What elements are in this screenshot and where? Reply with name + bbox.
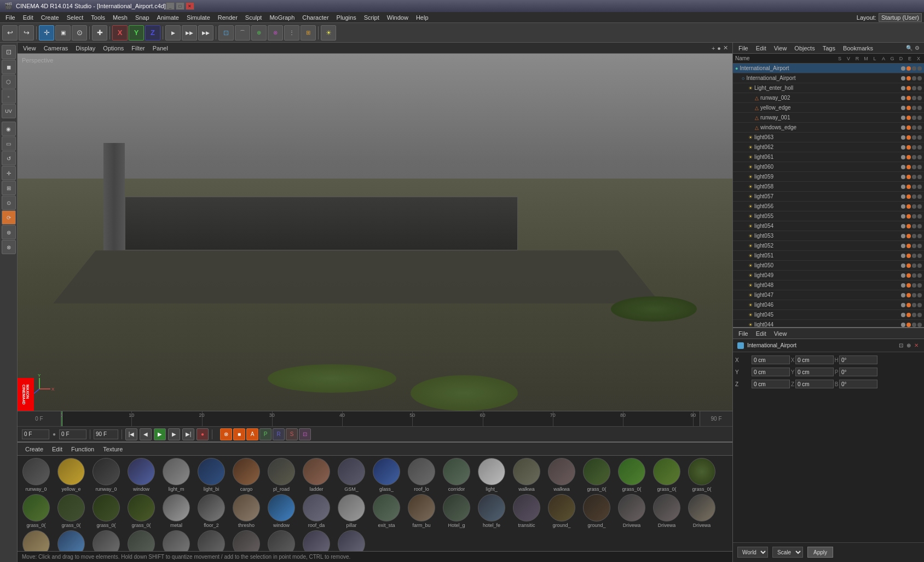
object-list-item[interactable]: △ windows_edge (733, 123, 924, 133)
menu-help[interactable]: Help (413, 13, 432, 22)
deformer-btn[interactable]: ⊗ (268, 25, 283, 41)
object-list-item[interactable]: ☀ light046 (733, 300, 924, 310)
material-item-farmb[interactable]: farm_bu (405, 494, 438, 528)
render-region-btn[interactable]: ▶▶ (198, 25, 213, 41)
scale-lt-btn[interactable]: ⊞ (2, 181, 16, 195)
attr-menu-edit[interactable]: Edit (753, 329, 770, 338)
vp-icon-dot[interactable]: ● (717, 45, 721, 51)
object-list-item[interactable]: ☀ light061 (733, 152, 924, 162)
material-item-watch[interactable]: watch_t (300, 530, 333, 551)
material-item-yellow[interactable]: yellow_e (55, 458, 88, 492)
material-item-hotelg[interactable]: Hotel_g (440, 494, 473, 528)
attr-icon-x[interactable]: ✕ (913, 342, 920, 348)
mograph-btn[interactable]: ⊞ (301, 25, 316, 41)
obj-menu-edit[interactable]: Edit (753, 44, 770, 53)
add-object-button[interactable]: ✚ (92, 25, 107, 41)
3d-viewport[interactable]: Perspective X Y Z MAXONCINEMA4D (18, 54, 732, 411)
object-list-item[interactable]: ☀ light060 (733, 162, 924, 172)
material-item-roof[interactable]: roof_lo (405, 458, 438, 492)
obj-settings-icon[interactable]: ⚙ (915, 45, 920, 51)
object-list-item[interactable]: ☀ light055 (733, 211, 924, 221)
material-item-corridor[interactable]: corridor (440, 458, 473, 492)
material-item-grass0h[interactable]: grass_0( (125, 494, 158, 528)
material-item-exitst[interactable]: exit_sta (370, 494, 403, 528)
material-item-grass0d[interactable]: grass_0( (685, 458, 718, 492)
material-item-building2[interactable]: building (125, 530, 158, 551)
move-lt-btn[interactable]: ✛ (2, 166, 16, 180)
menu-mesh[interactable]: Mesh (109, 13, 131, 22)
motion-stop-btn[interactable]: ■ (233, 428, 245, 440)
material-item-transit[interactable]: transitic (510, 494, 543, 528)
layout-value[interactable]: Startup (User) (879, 13, 922, 22)
menu-simulate[interactable]: Simulate (183, 13, 213, 22)
object-list-item[interactable]: ☀ light049 (733, 271, 924, 280)
menu-plugins[interactable]: Plugins (333, 13, 360, 22)
object-list-item[interactable]: ☀ light048 (733, 280, 924, 290)
undo-button[interactable]: ↩ (2, 25, 18, 41)
material-item-driveway3[interactable]: Drivewa (685, 494, 718, 528)
material-item-grass0g[interactable]: grass_0( (90, 494, 123, 528)
scale-key-btn[interactable]: S (286, 428, 298, 440)
material-item-hotelf[interactable]: hotel_fe (475, 494, 508, 528)
material-item-glass[interactable]: glass_ (370, 458, 403, 492)
object-list-item[interactable]: △ runway_001 (733, 113, 924, 123)
field-btn[interactable]: ⋮ (284, 25, 299, 41)
goto-start-btn[interactable]: |◀ (125, 428, 137, 440)
x-axis-btn[interactable]: X (112, 25, 128, 41)
frame-input-2[interactable] (59, 429, 86, 439)
material-item-grass0a[interactable]: grass_0( (580, 458, 613, 492)
material-item-grass0f[interactable]: grass_0( (55, 494, 88, 528)
menu-snap[interactable]: Snap (132, 13, 153, 22)
next-frame-btn[interactable]: ▶ (168, 428, 180, 440)
mat-menu-texture[interactable]: Texture (100, 445, 126, 454)
material-item-canopy[interactable]: canopy (55, 530, 88, 551)
object-list-item[interactable]: ☀ light045 (733, 310, 924, 320)
point-mode-btn[interactable]: ◦ (2, 89, 16, 104)
maximize-button[interactable]: □ (176, 2, 184, 10)
material-item-pillar[interactable]: pillar (335, 494, 368, 528)
object-list-item[interactable]: ☀ light056 (733, 202, 924, 211)
vp-icon-x[interactable]: ✕ (723, 44, 728, 51)
minimize-button[interactable]: _ (166, 2, 175, 10)
scale-tool[interactable]: ▣ (55, 25, 71, 41)
material-item-grass0c[interactable]: grass_0( (650, 458, 683, 492)
object-list-item[interactable]: ☀ light054 (733, 221, 924, 231)
attr-icon-1[interactable]: ⊡ (898, 342, 904, 348)
attr-icon-2[interactable]: ⊕ (905, 342, 912, 348)
attr-z-pos[interactable] (752, 380, 790, 388)
mat-menu-edit[interactable]: Edit (49, 445, 66, 454)
object-list-item[interactable]: ☀ light059 (733, 172, 924, 182)
material-item-plroad[interactable]: pl_road (265, 458, 298, 492)
object-list-item[interactable]: ☀ light063 (733, 133, 924, 142)
world-select[interactable]: World (737, 547, 768, 558)
material-item-thresh[interactable]: thresho (230, 494, 263, 528)
material-item-square4[interactable]: square_ (265, 530, 298, 551)
attr-x-pos[interactable] (752, 355, 790, 364)
obj-menu-view[interactable]: View (771, 44, 790, 53)
attr-z-rot[interactable] (795, 380, 834, 388)
close-button[interactable]: ✕ (186, 2, 194, 10)
material-item-lightblue[interactable]: light_bi (195, 458, 228, 492)
rotate-lt-btn[interactable]: ⊙ (2, 196, 16, 210)
material-item-floor[interactable]: floor_2 (195, 494, 228, 528)
max-frame-input[interactable] (94, 429, 118, 439)
obj-menu-file[interactable]: File (735, 44, 752, 53)
material-item-grass0e[interactable]: grass_0( (20, 494, 53, 528)
material-item-window2[interactable]: window (265, 494, 298, 528)
motion-record-btn[interactable]: ⊗ (220, 428, 232, 440)
material-item-market[interactable]: market_ (20, 530, 53, 551)
render-btn[interactable]: ▶▶ (182, 25, 197, 41)
object-list-item[interactable]: ☀ light047 (733, 290, 924, 300)
current-frame-input[interactable] (22, 429, 49, 439)
live-select-btn[interactable]: ◉ (2, 122, 16, 136)
active-tool-btn[interactable]: ⟳ (2, 210, 16, 225)
attr-y-rot[interactable] (795, 368, 834, 376)
menu-edit[interactable]: Edit (20, 13, 37, 22)
object-list-item[interactable]: ☀ Light_enter_holl (733, 83, 924, 93)
material-item-driveway[interactable]: Drivewa (615, 494, 648, 528)
object-list-item[interactable]: ☀ light058 (733, 182, 924, 192)
poly-mode-btn[interactable]: ◼ (2, 60, 16, 74)
attr-x-rot[interactable] (795, 355, 834, 364)
edge-mode-btn[interactable]: ⬡ (2, 74, 16, 89)
obj-menu-tags[interactable]: Tags (819, 44, 839, 53)
